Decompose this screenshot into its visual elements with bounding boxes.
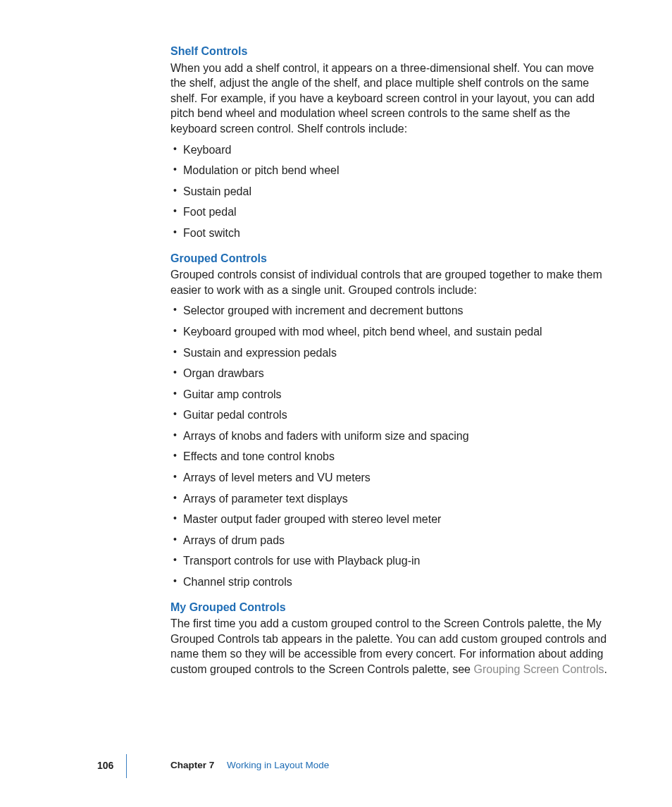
list-item: Arrays of knobs and faders with uniform … (170, 429, 611, 444)
list-shelf-controls: Keyboard Modulation or pitch bend wheel … (170, 142, 611, 241)
list-item: Master output fader grouped with stereo … (170, 512, 611, 527)
para-text-after: . (604, 663, 606, 675)
para-shelf-controls: When you add a shelf control, it appears… (170, 61, 611, 137)
heading-shelf-controls: Shelf Controls (170, 44, 611, 59)
link-grouping-screen-controls[interactable]: Grouping Screen Controls (473, 663, 604, 675)
para-my-grouped-controls: The first time you add a custom grouped … (170, 616, 611, 677)
list-item: Sustain and expression pedals (170, 345, 611, 361)
para-grouped-controls: Grouped controls consist of individual c… (170, 267, 611, 297)
page-content: Shelf Controls When you add a shelf cont… (170, 44, 611, 680)
list-item: Transport controls for use with Playback… (170, 553, 611, 569)
list-item: Arrays of level meters and VU meters (170, 470, 611, 486)
page-footer: 106 Chapter 7 Working in Layout Mode (68, 759, 610, 777)
list-item: Channel strip controls (170, 574, 611, 590)
footer-divider (126, 754, 127, 778)
list-item: Modulation or pitch bend wheel (170, 163, 611, 178)
list-item: Keyboard grouped with mod wheel, pitch b… (170, 324, 611, 340)
list-item: Foot pedal (170, 204, 611, 220)
list-item: Effects and tone control knobs (170, 449, 611, 464)
list-item: Keyboard (170, 142, 611, 158)
list-item: Arrays of parameter text displays (170, 491, 611, 507)
list-item: Selector grouped with increment and decr… (170, 303, 611, 319)
chapter-label: Chapter 7 (170, 759, 214, 772)
page-number: 106 (97, 759, 113, 772)
list-item: Arrays of drum pads (170, 533, 611, 548)
chapter-title: Working in Layout Mode (227, 759, 329, 772)
list-grouped-controls: Selector grouped with increment and decr… (170, 303, 611, 589)
list-item: Organ drawbars (170, 366, 611, 381)
heading-my-grouped-controls: My Grouped Controls (170, 600, 611, 615)
heading-grouped-controls: Grouped Controls (170, 251, 611, 266)
list-item: Sustain pedal (170, 184, 611, 199)
list-item: Guitar amp controls (170, 387, 611, 402)
list-item: Guitar pedal controls (170, 407, 611, 423)
list-item: Foot switch (170, 226, 611, 241)
